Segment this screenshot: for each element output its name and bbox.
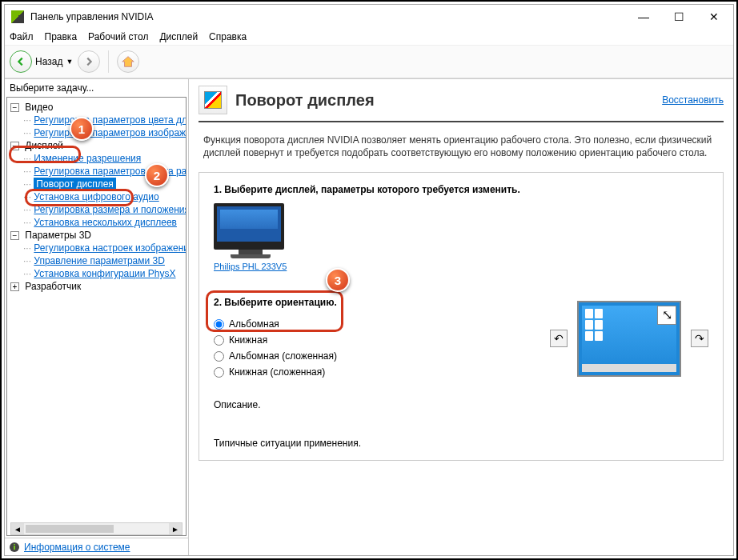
annotation-badge-2: 2 — [145, 163, 169, 187]
forward-button[interactable] — [78, 50, 100, 73]
radio-label: Альбомная (сложенная) — [229, 350, 337, 362]
tree-node-video[interactable]: − Видео — [7, 101, 186, 114]
tree-link-video-image[interactable]: Регулировка параметров изображения д — [34, 127, 187, 138]
radio-portrait[interactable]: Книжная — [214, 332, 337, 348]
app-window: Панель управления NVIDIA — ☐ ✕ Файл Прав… — [4, 4, 734, 556]
tree-node-developer[interactable]: + Разработчик — [7, 280, 186, 293]
back-dropdown-icon[interactable]: ▼ — [66, 58, 73, 66]
toolbar: Назад ▼ — [5, 45, 733, 78]
radio-landscape-flipped[interactable]: Альбомная (сложенная) — [214, 348, 337, 364]
radio-input-portrait[interactable] — [214, 335, 224, 346]
collapse-icon[interactable]: − — [10, 231, 19, 240]
system-info-link[interactable]: Информация о системе — [24, 542, 130, 553]
radio-label: Альбомная — [229, 318, 279, 330]
monitor-thumbnail[interactable]: Philips PHL 233V5 — [214, 203, 287, 271]
radio-label: Книжная — [229, 334, 267, 346]
scroll-left-icon[interactable]: ◄ — [11, 523, 24, 534]
radio-label: Книжная (сложенная) — [229, 366, 325, 378]
maximize-button[interactable]: ☐ — [661, 6, 696, 28]
page-header: Поворот дисплея Восстановить — [199, 82, 724, 122]
home-button[interactable] — [117, 50, 139, 73]
titlebar: Панель управления NVIDIA — ☐ ✕ — [5, 5, 733, 29]
back-label: Назад — [35, 56, 62, 67]
tree-link-digital-audio[interactable]: Установка цифрового аудио — [34, 191, 158, 202]
toolbar-separator — [108, 50, 109, 73]
sidebar: Выберите задачу... − Видео Регулировка п… — [5, 79, 189, 555]
menu-edit[interactable]: Правка — [45, 31, 78, 42]
step1-title: 1. Выберите дисплей, параметры которого … — [214, 184, 708, 195]
page-title: Поворот дисплея — [235, 91, 375, 110]
tree-label-developer: Разработчик — [25, 281, 81, 292]
tree-label-video: Видео — [25, 102, 53, 113]
body: Выберите задачу... − Видео Регулировка п… — [5, 78, 733, 555]
step2-title: 2. Выберите ориентацию. — [214, 297, 337, 308]
nvidia-icon — [11, 10, 24, 23]
radio-input-landscape[interactable] — [214, 319, 224, 330]
tree-link-resolution[interactable]: Изменение разрешения — [34, 153, 141, 164]
scroll-right-icon[interactable]: ► — [169, 523, 182, 534]
collapse-icon[interactable]: − — [10, 103, 19, 112]
horizontal-scrollbar[interactable]: ◄ ► — [10, 522, 182, 535]
tree-node-3d[interactable]: − Параметры 3D — [7, 229, 186, 242]
tree-link-multi-display[interactable]: Установка нескольких дисплеев — [34, 217, 177, 228]
minimize-button[interactable]: — — [626, 6, 661, 28]
scroll-thumb[interactable] — [26, 525, 114, 533]
preview-monitor: ⤡ — [577, 301, 681, 377]
expand-icon[interactable]: + — [10, 282, 19, 291]
tree-link-video-color[interactable]: Регулировка параметров цвета для вид — [34, 114, 187, 126]
page-icon — [199, 86, 227, 114]
orientation-arrow-icon: ⤡ — [657, 306, 676, 325]
annotation-badge-3: 3 — [326, 268, 350, 292]
menu-desktop[interactable]: Рабочий стол — [88, 31, 148, 42]
intro-text: Функция поворота дисплея NVIDIA позволяе… — [199, 122, 724, 172]
radio-portrait-flipped[interactable]: Книжная (сложенная) — [214, 364, 337, 380]
rotate-ccw-button[interactable]: ↶ — [550, 330, 568, 347]
back-button-group[interactable]: Назад ▼ — [10, 50, 73, 73]
preview-area: ↶ ⤡ ↷ — [550, 297, 708, 380]
task-tree[interactable]: − Видео Регулировка параметров цвета для… — [6, 97, 187, 536]
sidebar-footer: i Информация о системе — [5, 538, 188, 555]
content: Поворот дисплея Восстановить Функция пов… — [189, 79, 733, 555]
info-icon: i — [10, 542, 19, 552]
tree-node-display[interactable]: − Дисплей — [7, 139, 186, 152]
monitor-screen-icon — [214, 203, 284, 250]
back-icon — [10, 50, 32, 73]
scroll-track[interactable] — [115, 523, 169, 534]
restore-link[interactable]: Восстановить — [662, 94, 724, 106]
window-title: Панель управления NVIDIA — [30, 11, 626, 22]
radio-input-landscape-flipped[interactable] — [214, 351, 224, 362]
scenarios-label: Типичные ситуации применения. — [214, 438, 708, 449]
collapse-icon[interactable]: − — [10, 142, 19, 150]
annotation-badge-1: 1 — [70, 117, 94, 141]
close-button[interactable]: ✕ — [696, 6, 732, 28]
rotate-cw-button[interactable]: ↷ — [691, 330, 708, 347]
menubar: Файл Правка Рабочий стол Дисплей Справка — [5, 29, 733, 45]
menu-display[interactable]: Дисплей — [159, 31, 198, 42]
radio-input-portrait-flipped[interactable] — [214, 367, 224, 378]
menu-help[interactable]: Справка — [209, 31, 247, 42]
menu-file[interactable]: Файл — [10, 31, 34, 42]
orientation-radio-group: 2. Выберите ориентацию. Альбомная Книжна… — [214, 297, 337, 380]
tree-link-manage-3d[interactable]: Управление параметрами 3D — [34, 255, 165, 266]
tree-link-rotate-display[interactable]: Поворот дисплея — [34, 178, 116, 190]
settings-panel: 1. Выберите дисплей, параметры которого … — [199, 172, 724, 461]
task-prompt: Выберите задачу... — [5, 79, 188, 97]
radio-landscape[interactable]: Альбомная — [214, 316, 337, 332]
tree-link-size-position[interactable]: Регулировка размера и положения рабо — [34, 204, 187, 215]
tree-label-3d: Параметры 3D — [25, 230, 91, 241]
monitor-label: Philips PHL 233V5 — [214, 262, 287, 271]
description-label: Описание. — [214, 399, 708, 410]
tree-link-physx[interactable]: Установка конфигурации PhysX — [34, 268, 175, 279]
tree-link-image-settings[interactable]: Регулировка настроек изображения с пр — [34, 242, 187, 254]
tree-label-display: Дисплей — [25, 140, 63, 151]
